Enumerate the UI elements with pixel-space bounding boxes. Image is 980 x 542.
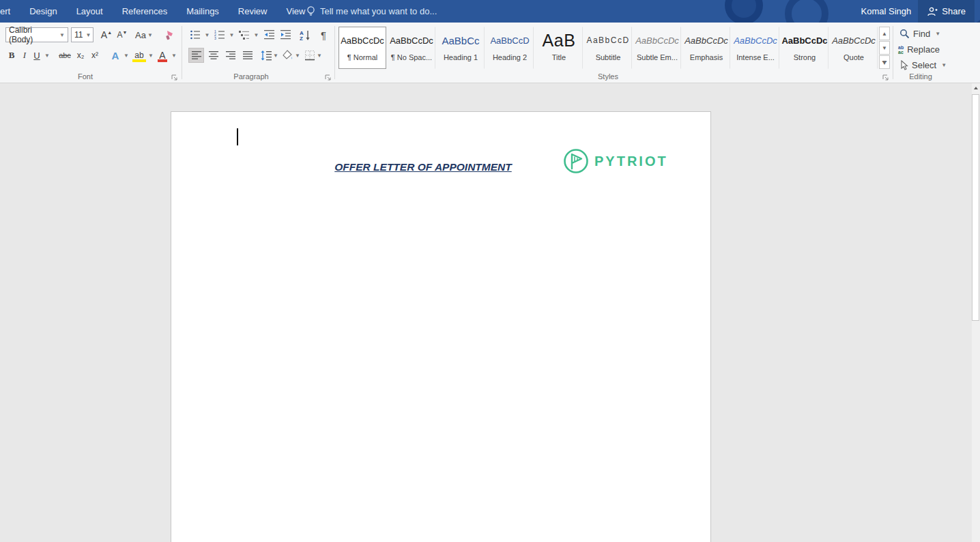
chevron-down-icon: ▼ [254, 32, 259, 38]
strikethrough-button[interactable]: abc [56, 48, 74, 63]
word-application-window: ertDesignLayoutReferencesMailingsReviewV… [0, 0, 980, 542]
style-subtleem[interactable]: AaBbCcDcSubtle Em... [633, 27, 681, 69]
share-person-icon [927, 7, 938, 16]
menu-tab-mailings[interactable]: Mailings [177, 0, 229, 23]
company-logo[interactable]: PYTRIOT [562, 147, 668, 175]
superscript-button[interactable]: x² [88, 48, 102, 63]
style-intensee[interactable]: AaBbCcDcIntense E... [732, 27, 779, 69]
chevron-down-icon: ▼ [57, 32, 65, 38]
align-right-button[interactable] [222, 48, 238, 63]
text-effects-button[interactable]: A [109, 48, 121, 63]
share-button[interactable]: Share [918, 0, 975, 23]
user-name[interactable]: Komal Singh [861, 6, 912, 16]
justify-button[interactable] [240, 48, 255, 63]
document-page[interactable]: OFFER LETTER OF APPOINTMENT PYTRIOT [171, 111, 711, 542]
chevron-down-icon: ▼ [317, 53, 322, 59]
text-effects-dropdown[interactable]: ▼ [121, 48, 130, 63]
styles-dialog-launcher[interactable] [882, 74, 890, 82]
numbered-list-icon: 1 2 3 [214, 29, 225, 40]
style-label: Emphasis [690, 53, 723, 61]
style-preview: AaBbCcDc [635, 27, 679, 53]
style-quote[interactable]: AaBbCcDcQuote [830, 27, 878, 69]
style-nospac[interactable]: AaBbCcDc¶ No Spac... [388, 27, 435, 69]
menu-tab-review[interactable]: Review [229, 0, 277, 23]
increase-indent-button[interactable] [278, 27, 293, 42]
chevron-down-icon: ▼ [171, 53, 177, 59]
change-case-button[interactable]: Aa ▼ [134, 27, 154, 42]
document-heading[interactable]: OFFER LETTER OF APPOINTMENT [334, 161, 513, 173]
replace-button[interactable]: ab ac Replace [898, 44, 940, 55]
multilevel-list-button[interactable] [236, 27, 253, 42]
style-preview: AaBbCcDc [684, 27, 728, 53]
style-normal[interactable]: AaBbCcDc¶ Normal [338, 27, 386, 69]
style-title[interactable]: AaBTitle [535, 27, 583, 69]
shading-button[interactable]: ▼ [283, 48, 300, 63]
menu-tab-layout[interactable]: Layout [67, 0, 113, 23]
style-label: Subtitle [596, 53, 621, 61]
menu-tabs: ertDesignLayoutReferencesMailingsReviewV… [0, 0, 315, 23]
multilevel-dropdown[interactable]: ▼ [252, 27, 259, 42]
svg-text:3: 3 [214, 36, 216, 40]
menu-tab-ert[interactable]: ert [0, 0, 20, 23]
title-bar: ertDesignLayoutReferencesMailingsReviewV… [0, 0, 980, 23]
style-heading1[interactable]: AaBbCcHeading 1 [437, 27, 485, 69]
underline-dropdown[interactable]: ▼ [42, 48, 51, 63]
italic-button[interactable]: I [20, 48, 29, 63]
style-label: Heading 1 [444, 53, 478, 61]
align-left-button[interactable] [188, 48, 204, 63]
bullets-dropdown[interactable]: ▼ [203, 27, 210, 42]
style-preview: AaBbCc [442, 27, 479, 53]
menu-tab-design[interactable]: Design [20, 0, 66, 23]
scroll-up-arrow[interactable] [973, 85, 979, 91]
paragraph-dialog-launcher[interactable] [324, 74, 332, 82]
sort-button[interactable]: A Z [298, 27, 314, 42]
select-label: Select [912, 60, 936, 70]
document-area[interactable]: OFFER LETTER OF APPOINTMENT PYTRIOT [0, 83, 972, 542]
bullet-list-icon [190, 29, 201, 40]
underline-button[interactable]: U [32, 48, 42, 63]
decrease-indent-button[interactable] [262, 27, 277, 42]
text-highlight-dropdown[interactable]: ▼ [146, 48, 154, 63]
align-center-icon [208, 50, 219, 61]
font-dialog-launcher[interactable] [171, 74, 179, 82]
format-painter-button[interactable] [162, 27, 177, 42]
scrollbar-thumb[interactable] [972, 94, 979, 321]
style-label: Heading 2 [493, 53, 527, 61]
text-highlight-button[interactable]: ab [131, 48, 147, 63]
style-emphasis[interactable]: AaBbCcDcEmphasis [682, 27, 730, 69]
cursor-arrow-icon [899, 60, 908, 70]
line-spacing-button[interactable]: ▼ [261, 48, 278, 63]
style-subtitle[interactable]: AaBbCcDSubtitle [584, 27, 632, 69]
show-paragraph-marks-button[interactable]: ¶ [317, 27, 330, 42]
text-cursor [237, 128, 238, 145]
numbering-button[interactable]: 1 2 3 [212, 27, 228, 42]
font-color-dropdown[interactable]: ▼ [169, 48, 177, 63]
style-strong[interactable]: AaBbCcDcStrong [781, 27, 828, 69]
numbering-dropdown[interactable]: ▼ [227, 27, 235, 42]
bullets-button[interactable] [187, 27, 203, 42]
pilcrow-glyph: ¶ [321, 29, 326, 41]
style-heading2[interactable]: AaBbCcDHeading 2 [486, 27, 534, 69]
styles-scroll-down[interactable]: ▼ [879, 41, 890, 55]
sort-az-icon: A Z [300, 29, 312, 41]
styles-more-button[interactable]: ▬▼ [879, 55, 890, 69]
chevron-down-icon: ▼ [44, 53, 50, 59]
styles-scroll-up[interactable]: ▲ [879, 27, 890, 40]
borders-button[interactable]: ▼ [304, 48, 322, 63]
bold-button[interactable]: B [5, 48, 18, 63]
grow-font-button[interactable]: A▲ [99, 27, 114, 42]
logo-text: PYTRIOT [594, 154, 668, 169]
subscript-button[interactable]: x₂ [74, 48, 87, 63]
find-button[interactable]: Find ▼ [899, 29, 940, 39]
style-label: Subtle Em... [637, 53, 678, 61]
tell-me-box[interactable]: Tell me what you want to do... [306, 0, 437, 23]
vertical-scrollbar[interactable] [972, 83, 980, 542]
align-center-button[interactable] [205, 48, 221, 63]
align-left-icon [191, 50, 202, 61]
font-name-combo[interactable]: Calibri (Body) ▼ [5, 27, 68, 42]
font-color-button[interactable]: A [156, 48, 169, 63]
font-size-combo[interactable]: 11 ▼ [71, 27, 93, 42]
select-button[interactable]: Select ▼ [899, 60, 947, 70]
shrink-font-button[interactable]: A▼ [115, 27, 130, 42]
menu-tab-references[interactable]: References [113, 0, 177, 23]
